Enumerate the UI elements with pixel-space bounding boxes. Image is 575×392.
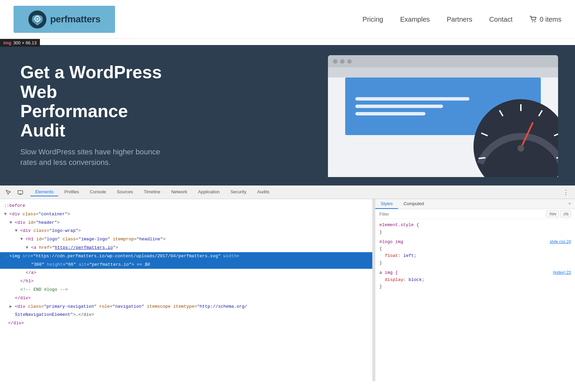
hero-subtitle: Slow WordPress sites have higher bounce … [20, 147, 169, 168]
nav-partners[interactable]: Partners [447, 16, 472, 23]
devtools-tab-security[interactable]: Security [226, 188, 251, 196]
code-line-a: ▼ <a href="https://perfmatters.io"> [0, 244, 372, 252]
devtools-tab-audits[interactable]: Audits [252, 188, 274, 196]
style-rule-element: element.style { } [379, 222, 571, 236]
cart-icon [530, 16, 537, 23]
img-tooltip: img 300 × 66.13 [0, 39, 40, 47]
devtools-tab-console[interactable]: Console [85, 188, 111, 196]
code-line-container: ▼ <div class="container"> [0, 210, 372, 219]
filter-buttons: :hov .cls [546, 211, 571, 217]
filter-hov-button[interactable]: :hov [546, 211, 559, 217]
hero-title: Get a WordPress Web Performance Audit [20, 63, 169, 140]
browser-content [328, 78, 558, 177]
logo-text: perfmatters [50, 14, 101, 25]
devtools-tabs-bar: Elements Profiles Console Sources Timeli… [0, 186, 575, 199]
svg-point-18 [517, 145, 524, 152]
content-line-3 [355, 112, 425, 115]
device-toolbar-icon[interactable] [16, 188, 25, 197]
svg-rect-19 [18, 191, 23, 194]
cart-label: 0 items [540, 16, 561, 23]
browser-dot-green [347, 59, 352, 64]
code-line-nav-1: ▶ <div class="primary-navigation" role="… [0, 303, 372, 311]
style-val-display: block [408, 277, 422, 282]
devtools-more-icon[interactable]: ⋮ [560, 189, 572, 196]
filter-cls-button[interactable]: .cls [560, 211, 571, 217]
hero-text: Get a WordPress Web Performance Audit Sl… [0, 63, 190, 168]
content-line-2 [355, 105, 443, 108]
browser-chrome-bar [328, 55, 558, 67]
svg-point-8 [534, 21, 535, 22]
style-val-float: left [403, 253, 414, 258]
code-line-comment: <!-- END #logo --> [0, 286, 372, 294]
devtools-tab-elements[interactable]: Elements [30, 188, 58, 196]
browser-dot-red [333, 59, 337, 64]
nav-pricing[interactable]: Pricing [362, 16, 383, 23]
style-selector-a-img: a img { [379, 270, 398, 275]
svg-point-7 [532, 21, 533, 22]
elements-panel: ::before ▼ <div class="container"> ▼ <di… [0, 199, 373, 381]
panel-resize-handle[interactable] [373, 199, 375, 381]
logo-box: perfmatters [14, 6, 115, 33]
svg-point-2 [37, 18, 39, 20]
inspect-element-icon[interactable] [3, 188, 13, 197]
code-line-close-div1: </div> [0, 294, 372, 303]
speedometer-graphic [470, 96, 558, 177]
header: perfmatters Pricing Examples Partners Co… [0, 0, 575, 39]
nav-contact[interactable]: Contact [489, 16, 513, 23]
styles-tab-styles[interactable]: Styles [375, 199, 398, 209]
content-line-1 [355, 97, 469, 101]
cart-area[interactable]: 0 items [530, 16, 561, 23]
styles-more-button[interactable]: » [564, 199, 575, 209]
style-source-a-img[interactable]: (index):23 [553, 269, 571, 276]
code-line-close-a: </a> [0, 269, 372, 277]
devtools-body: ::before ▼ <div class="container"> ▼ <di… [0, 199, 575, 381]
devtools-tab-application[interactable]: Application [193, 188, 224, 196]
svg-line-15 [479, 158, 485, 158]
hero-browser-mockup [328, 55, 558, 177]
code-line-logo-wrap: ▼ <div class="logo-wrap"> [0, 227, 372, 235]
devtools-tab-profiles[interactable]: Profiles [60, 188, 84, 196]
devtools-tab-network[interactable]: Network [167, 188, 192, 196]
nav-menu: Pricing Examples Partners Contact 0 item… [362, 16, 561, 23]
style-prop-float: float [385, 253, 398, 258]
styles-filter-bar: :hov .cls [375, 209, 575, 219]
styles-tab-computed[interactable]: Computed [398, 199, 429, 209]
tooltip-tag: img [3, 40, 11, 45]
browser-dot-yellow [340, 59, 345, 64]
logo-icon [28, 10, 47, 29]
devtools-panel: Elements Profiles Console Sources Timeli… [0, 186, 575, 381]
style-source-logo[interactable]: style.css:24 [550, 239, 571, 245]
style-rule-a-img: a img { (index):23 display: block; } [379, 269, 571, 290]
style-rule-logo-img: #logo img style.css:24 { float: left; } [379, 239, 571, 267]
styles-filter-input[interactable] [379, 212, 546, 217]
styles-panel: Styles Computed » :hov .cls element.styl… [375, 199, 575, 381]
code-line-h1: ▼ <h1 id="logo" class="image-logo" itemp… [0, 235, 372, 244]
styles-panel-tabs: Styles Computed » [375, 199, 575, 209]
devtools-tab-timeline[interactable]: Timeline [139, 188, 165, 196]
tooltip-dimensions: 300 × 66.13 [13, 40, 37, 45]
devtools-tab-sources[interactable]: Sources [112, 188, 138, 196]
style-prop-display: display [385, 277, 403, 282]
code-line-close-h1: </h1> [0, 277, 372, 286]
code-line-before: ::before [0, 202, 372, 210]
devtools-toolbar [3, 188, 25, 197]
code-line-img-selected-2[interactable]: "300" height="66" alt="perfmatters.io"> … [0, 261, 372, 269]
hero-section: Get a WordPress Web Performance Audit Sl… [0, 45, 575, 186]
svg-rect-20 [19, 194, 21, 195]
svg-line-16 [556, 158, 558, 158]
code-line-img-selected[interactable]: …<img src="https://cdn.perfmatters.io/wp… [0, 252, 372, 261]
styles-content: element.style { } #logo img style.css:24… [375, 219, 575, 296]
nav-examples[interactable]: Examples [400, 16, 430, 23]
logo-area: perfmatters [14, 6, 115, 33]
code-line-close-div2: </div> [0, 319, 372, 328]
style-selector-logo: #logo img [379, 239, 403, 244]
code-line-nav-2: SiteNavigationElement">…</div> [0, 311, 372, 319]
style-selector-element: element.style { [379, 222, 419, 227]
code-line-header: ▼ <div id="header"> [0, 219, 372, 227]
